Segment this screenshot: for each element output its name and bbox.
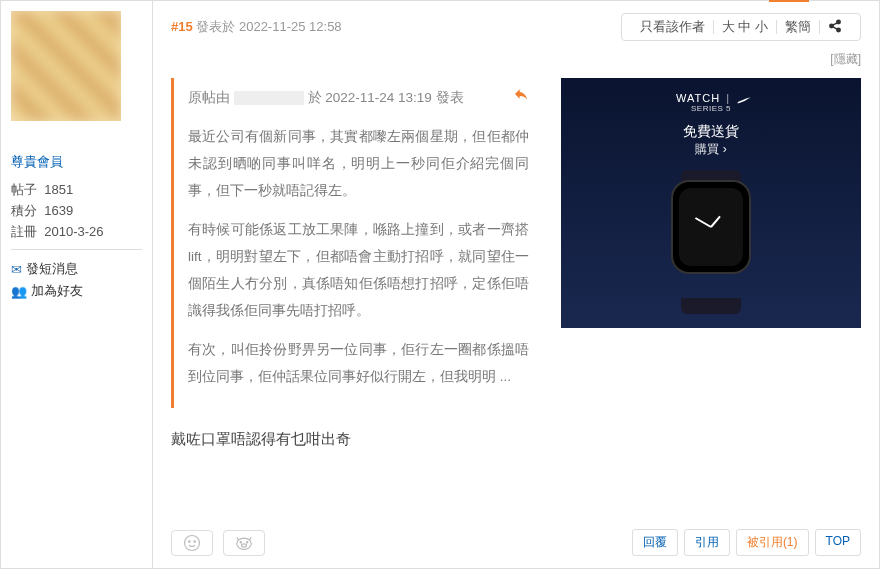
share-icon[interactable] xyxy=(820,19,850,36)
ad-buy-link[interactable]: 購買 › xyxy=(695,141,726,158)
quote-meta: 原帖由 於 2022-11-24 13:19 發表 xyxy=(188,84,529,111)
svg-point-5 xyxy=(185,535,200,550)
avatar[interactable] xyxy=(11,11,121,121)
accent-bar xyxy=(769,0,809,2)
reply-text: 戴咗口罩唔認得有乜咁出奇 xyxy=(171,430,543,449)
reply-button[interactable]: 回覆 xyxy=(632,529,678,556)
stat-posts: 帖子 1851 xyxy=(11,181,142,199)
send-pm-label: 發短消息 xyxy=(26,260,78,278)
svg-point-0 xyxy=(837,20,841,24)
svg-point-1 xyxy=(830,24,834,28)
stat-registered: 註冊 2010-3-26 xyxy=(11,223,142,241)
quoted-user-redacted xyxy=(234,91,304,105)
ad-banner[interactable]: WATCH | SERIES 5 免費送貨 購買 › xyxy=(561,78,861,449)
send-pm-button[interactable]: ✉ 發短消息 xyxy=(11,258,142,280)
post-header-actions: 只看該作者 大 中 小 繁簡 xyxy=(621,13,861,41)
svg-point-11 xyxy=(242,543,247,546)
add-friend-button[interactable]: 👥 加為好友 xyxy=(11,280,142,302)
trad-simp-toggle[interactable]: 繁簡 xyxy=(777,18,819,36)
quote-block: 原帖由 於 2022-11-24 13:19 發表 最近公司有個新同事，其實都嚟… xyxy=(171,78,543,408)
svg-line-4 xyxy=(833,26,837,28)
ad-cta-text: 免費送貨 xyxy=(683,123,739,141)
svg-point-9 xyxy=(240,541,241,542)
post-number[interactable]: #15 xyxy=(171,19,193,34)
cited-button[interactable]: 被引用(1) xyxy=(736,529,809,556)
quote-paragraph: 最近公司有個新同事，其實都嚟左兩個星期，但佢都仲未認到晒啲同事叫咩名，明明上一秒… xyxy=(188,123,529,204)
quote-button[interactable]: 引用 xyxy=(684,529,730,556)
svg-point-6 xyxy=(189,540,191,542)
post-meta: #15 發表於 2022-11-25 12:58 xyxy=(171,18,342,36)
react-happy-button[interactable] xyxy=(171,530,213,556)
user-sidebar: 尊貴會員 帖子 1851 積分 1639 註冊 2010-3-26 ✉ 發短消息… xyxy=(1,1,153,568)
post-footer: 回覆 引用 被引用(1) TOP xyxy=(171,519,861,556)
react-pig-button[interactable] xyxy=(223,530,265,556)
top-button[interactable]: TOP xyxy=(815,529,861,556)
mail-icon: ✉ xyxy=(11,262,22,277)
watch-image xyxy=(651,170,771,314)
quote-paragraph: 有時候可能係返工放工果陣，喺路上撞到，或者一齊搭lift，明明對望左下，但都唔會… xyxy=(188,216,529,324)
svg-point-10 xyxy=(247,541,248,542)
add-friend-label: 加為好友 xyxy=(31,282,83,300)
hidden-label: [隱藏] xyxy=(171,51,861,68)
ad-series: SERIES 5 xyxy=(691,104,731,113)
reply-icon[interactable] xyxy=(513,84,529,111)
font-size-toggle[interactable]: 大 中 小 xyxy=(714,18,776,36)
post-main: #15 發表於 2022-11-25 12:58 只看該作者 大 中 小 繁簡 … xyxy=(153,1,879,568)
nike-swoosh-icon xyxy=(736,94,752,102)
quote-paragraph: 有次，叫佢拎份野畀另一位同事，佢行左一圈都係搵唔到位同事，佢仲話果位同事好似行開… xyxy=(188,336,529,390)
svg-line-3 xyxy=(833,22,837,24)
friend-icon: 👥 xyxy=(11,284,27,299)
only-author-button[interactable]: 只看該作者 xyxy=(632,18,713,36)
member-rank: 尊貴會員 xyxy=(11,129,142,171)
stat-points: 積分 1639 xyxy=(11,202,142,220)
svg-point-7 xyxy=(194,540,196,542)
svg-point-2 xyxy=(837,28,841,32)
